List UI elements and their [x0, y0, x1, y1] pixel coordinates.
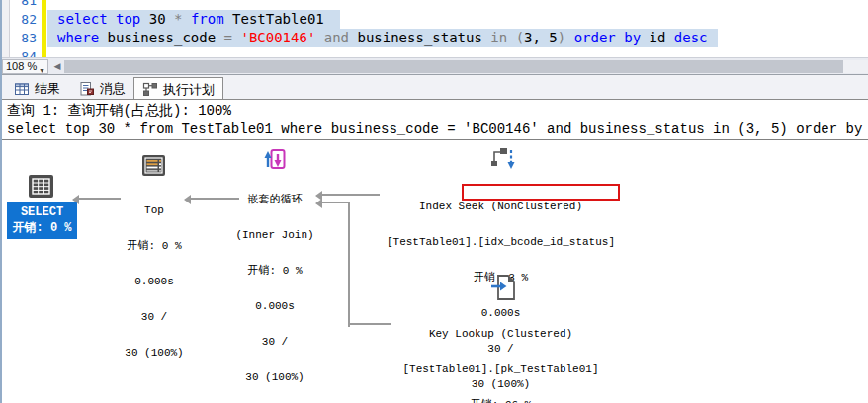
sql-token: business_status [357, 30, 490, 45]
node-cost: 开销: 96 % [382, 399, 620, 403]
scrollbar-thumb[interactable] [64, 60, 843, 73]
top-node[interactable]: Top 开销: 0 % 0.000s 30 / 30 (100%) [105, 181, 204, 382]
select-node-highlight[interactable]: SELECT开销: 0 % [7, 202, 77, 239]
node-cost: 开销: 0 % [105, 240, 204, 252]
code-line[interactable]: select top 30 * from TestTable01 [57, 10, 324, 29]
sql-token: TestTable01 [232, 11, 324, 27]
node-subtitle: (Inner Join) [211, 229, 339, 241]
line-number: 84 [10, 47, 37, 57]
editor-line-83: 83 where business_code = 'BC00146' and b… [2, 29, 868, 47]
tab-messages[interactable]: 消息 [71, 77, 133, 100]
select-operator-icon[interactable] [28, 173, 54, 203]
sql-token: desc [674, 30, 708, 45]
top-operator-icon[interactable] [141, 153, 166, 182]
zoom-level-combo[interactable]: 108 % ▼ [2, 59, 48, 74]
key-lookup-icon[interactable] [489, 273, 517, 306]
scroll-left-button[interactable]: ◀ [50, 60, 64, 73]
line-number: 81 [10, 0, 37, 10]
node-title: Top [105, 204, 204, 216]
code-line[interactable]: where business_code = 'BC00146' and busi… [57, 29, 708, 47]
arrow-seek-to-loops [322, 194, 380, 196]
sql-token: top [116, 11, 149, 27]
plan-canvas: SELECT开销: 0 % Top 开销: 0 % 0.000s 30 / 30… [2, 141, 868, 403]
line-number: 82 [10, 10, 37, 29]
tab-label: 执行计划 [163, 78, 215, 101]
sql-token: where [57, 30, 108, 45]
tab-label: 消息 [100, 77, 126, 100]
editor-line-82: 82 select top 30 * from TestTable01 [2, 10, 868, 29]
execution-plan-icon [142, 81, 158, 97]
arrow-lookup-to-loops-top [322, 202, 350, 203]
ssms-window: 81 82 select top 30 * from TestTable01 8… [0, 0, 868, 403]
sql-token: business_code [108, 30, 224, 45]
query-cost-header: 查询 1: 查询开销(占总批): 100% [7, 103, 865, 120]
sql-token: id [650, 30, 674, 45]
tab-label: 结果 [35, 77, 60, 100]
index-seek-icon[interactable] [488, 143, 518, 179]
node-rows: 30 / [105, 311, 204, 323]
line-number: 83 [10, 29, 37, 47]
node-title: Index Seek (NonClustered) [382, 201, 620, 212]
execution-plan-pane: 查询 1: 查询开销(占总批): 100% select top 30 * fr… [2, 99, 868, 403]
sql-token: 30 [149, 11, 174, 27]
node-time: 0.000s [105, 276, 204, 287]
select-node-title: SELECT [7, 204, 77, 220]
results-tabstrip: 结果 消息 执行计划 [2, 74, 868, 99]
sql-token: and [324, 30, 358, 45]
node-subtitle: [TestTable01].[idx_bcode_id_status] [382, 236, 620, 248]
node-rows: 30 / [211, 336, 339, 348]
divider [2, 139, 868, 140]
sql-token: order by [574, 30, 650, 45]
zoom-level-value: 108 % [6, 60, 37, 72]
editor-line-84: 84 [2, 47, 868, 57]
arrow-lookup-to-loops-vertical [348, 202, 350, 327]
node-subtitle: [TestTable01].[pk_TestTable01] [382, 363, 620, 375]
query-statement-text: select top 30 * from TestTable01 where b… [7, 121, 868, 138]
node-total: 30 (100%) [211, 371, 339, 383]
sql-editor[interactable]: 81 82 select top 30 * from TestTable01 8… [2, 0, 868, 57]
sql-token: 'BC00146' [240, 30, 323, 45]
sql-token: ( [516, 30, 524, 45]
sql-token: 3, 5 [524, 30, 558, 45]
editor-bottom-bar: 108 % ▼ ◀ [2, 57, 868, 74]
messages-icon [79, 81, 95, 97]
sql-token: from [191, 11, 232, 27]
key-lookup-node[interactable]: Key Lookup (Clustered) [TestTable01].[pk… [382, 304, 620, 403]
sql-token: select [57, 11, 116, 27]
editor-line-81: 81 [2, 0, 868, 10]
node-total: 30 (100%) [105, 347, 204, 359]
node-time: 0.000s [211, 300, 339, 312]
node-title: Key Lookup (Clustered) [382, 328, 620, 340]
sql-token: = [224, 30, 241, 45]
sql-token: ) [558, 30, 574, 45]
select-node-cost: 开销: 0 % [7, 220, 77, 236]
node-cost: 开销: 0 % [211, 265, 339, 277]
results-grid-icon [14, 81, 30, 97]
sql-token: in [490, 30, 515, 45]
tab-execution-plan[interactable]: 执行计划 [133, 77, 223, 100]
index-highlight-box [462, 184, 620, 201]
tab-results[interactable]: 结果 [6, 77, 68, 100]
horizontal-scrollbar[interactable] [64, 60, 868, 73]
sql-token: * [174, 11, 191, 27]
